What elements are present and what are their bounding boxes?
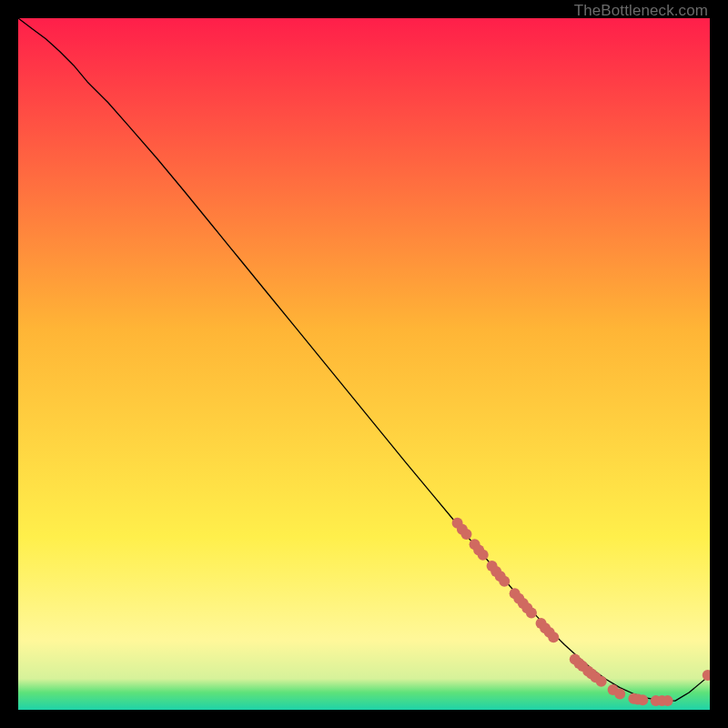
- marker-dot: [637, 694, 648, 705]
- marker-dot: [526, 608, 537, 619]
- marker-dot: [596, 676, 607, 687]
- marker-dot: [478, 550, 489, 561]
- chart-svg: [18, 18, 710, 710]
- marker-dot: [662, 695, 673, 706]
- plot-area: [18, 18, 710, 710]
- marker-dot: [460, 529, 471, 540]
- marker-dot: [614, 689, 625, 700]
- chart-frame: TheBottleneck.com: [0, 0, 728, 728]
- attribution-label: TheBottleneck.com: [574, 2, 708, 20]
- gradient-bg: [18, 18, 710, 710]
- marker-dot: [499, 576, 510, 587]
- marker-dot: [548, 632, 559, 642]
